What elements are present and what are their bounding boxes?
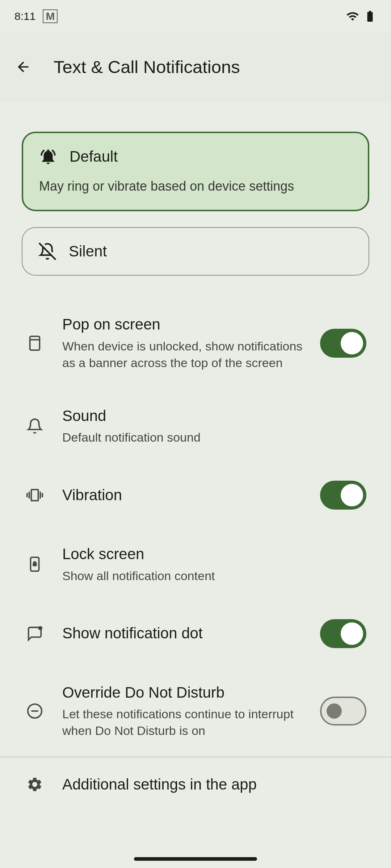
gmail-icon: M: [43, 9, 58, 23]
setting-additional-title: Additional settings in the app: [62, 775, 366, 795]
setting-lock-sub: Show all notification content: [62, 568, 366, 584]
setting-override-dnd[interactable]: Override Do Not Disturb Let these notifi…: [22, 665, 369, 757]
setting-lock-screen[interactable]: Lock screen Show all notification conten…: [22, 527, 369, 601]
back-button[interactable]: [13, 57, 33, 77]
banner-icon: [26, 335, 43, 352]
svg-line-0: [39, 243, 56, 260]
phone-lock-icon: [26, 556, 43, 573]
setting-sound-title: Sound: [62, 406, 366, 426]
mode-default-desc: May ring or vibrate based on device sett…: [39, 177, 352, 195]
vibration-icon: [26, 487, 43, 503]
toggle-override-dnd[interactable]: [320, 697, 366, 726]
nav-handle[interactable]: [134, 857, 257, 861]
mode-silent-title: Silent: [69, 243, 107, 260]
arrow-back-icon: [15, 59, 31, 75]
gear-icon: [26, 776, 43, 793]
wifi-icon: [346, 10, 359, 23]
setting-sound[interactable]: Sound Default notification sound: [22, 389, 369, 463]
setting-additional[interactable]: Additional settings in the app: [22, 757, 369, 812]
toggle-pop-on-screen[interactable]: [320, 329, 366, 358]
toggle-notification-dot[interactable]: [320, 619, 366, 648]
setting-lock-title: Lock screen: [62, 544, 366, 564]
setting-dnd-sub: Let these notifications continue to inte…: [62, 706, 303, 739]
setting-dnd-title: Override Do Not Disturb: [62, 683, 303, 703]
svg-rect-4: [33, 564, 36, 566]
chat-dot-icon: [26, 625, 43, 642]
mode-silent[interactable]: Silent: [22, 227, 369, 276]
bell-ring-icon: [39, 148, 57, 166]
bell-icon: [26, 418, 43, 434]
setting-sound-sub: Default notification sound: [62, 429, 366, 446]
setting-vibration[interactable]: Vibration: [22, 463, 369, 527]
dnd-icon: [26, 703, 43, 719]
mode-default[interactable]: Default May ring or vibrate based on dev…: [22, 132, 369, 211]
setting-pop-sub: When device is unlocked, show notificati…: [62, 338, 303, 371]
mode-default-title: Default: [70, 148, 118, 165]
battery-icon: [363, 10, 377, 23]
page-title: Text & Call Notifications: [54, 57, 240, 77]
status-time: 8:11: [14, 10, 35, 22]
status-bar: 8:11 M: [0, 0, 391, 33]
header: Text & Call Notifications: [0, 33, 391, 101]
setting-notification-dot[interactable]: Show notification dot: [22, 602, 369, 665]
setting-dot-title: Show notification dot: [62, 624, 303, 643]
setting-vibration-title: Vibration: [62, 485, 303, 505]
svg-rect-1: [30, 336, 40, 350]
toggle-vibration[interactable]: [320, 481, 366, 510]
svg-point-5: [38, 626, 43, 630]
bell-off-icon: [38, 242, 56, 260]
setting-pop-title: Pop on screen: [62, 315, 303, 335]
setting-pop-on-screen[interactable]: Pop on screen When device is unlocked, s…: [22, 297, 369, 388]
